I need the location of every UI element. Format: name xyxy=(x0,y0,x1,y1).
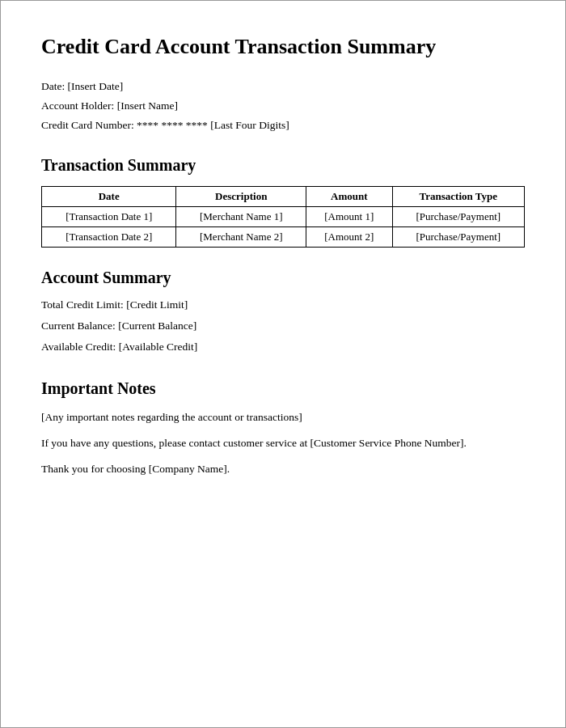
table-row: [Transaction Date 2][Merchant Name 2][Am… xyxy=(42,226,525,247)
important-notes-title: Important Notes xyxy=(41,379,525,398)
table-cell: [Purchase/Payment] xyxy=(392,206,524,226)
account-summary-items: Total Credit Limit: [Credit Limit]Curren… xyxy=(41,298,525,362)
account-summary-item: Total Credit Limit: [Credit Limit] xyxy=(41,298,525,311)
col-header-transaction-type: Transaction Type xyxy=(392,186,524,206)
table-row: [Transaction Date 1][Merchant Name 1][Am… xyxy=(42,206,525,226)
page-container: Credit Card Account Transaction Summary … xyxy=(0,0,566,728)
transaction-table: Date Description Amount Transaction Type… xyxy=(41,186,525,248)
table-cell: [Transaction Date 1] xyxy=(42,206,176,226)
note-item: Thank you for choosing [Company Name]. xyxy=(41,461,525,477)
table-cell: [Transaction Date 2] xyxy=(42,226,176,247)
account-summary-title: Account Summary xyxy=(41,269,525,287)
transaction-section-title: Transaction Summary xyxy=(41,156,525,175)
account-summary-item: Current Balance: [Current Balance] xyxy=(41,320,525,332)
table-cell: [Purchase/Payment] xyxy=(392,226,524,247)
table-cell: [Amount 2] xyxy=(306,226,393,247)
table-header-row: Date Description Amount Transaction Type xyxy=(42,186,525,206)
col-header-date: Date xyxy=(42,186,176,206)
card-number-info: Credit Card Number: **** **** **** [Last… xyxy=(41,119,525,132)
account-summary-item: Available Credit: [Available Credit] xyxy=(41,341,525,353)
account-holder-info: Account Holder: [Insert Name] xyxy=(41,99,525,112)
date-info: Date: [Insert Date] xyxy=(41,80,525,93)
page-title: Credit Card Account Transaction Summary xyxy=(41,33,525,61)
notes-items: [Any important notes regarding the accou… xyxy=(41,409,525,488)
table-cell: [Merchant Name 2] xyxy=(176,226,306,247)
col-header-amount: Amount xyxy=(306,186,393,206)
table-cell: [Merchant Name 1] xyxy=(176,206,306,226)
note-item: If you have any questions, please contac… xyxy=(41,435,525,451)
note-item: [Any important notes regarding the accou… xyxy=(41,409,525,425)
table-cell: [Amount 1] xyxy=(306,206,393,226)
col-header-description: Description xyxy=(176,186,306,206)
